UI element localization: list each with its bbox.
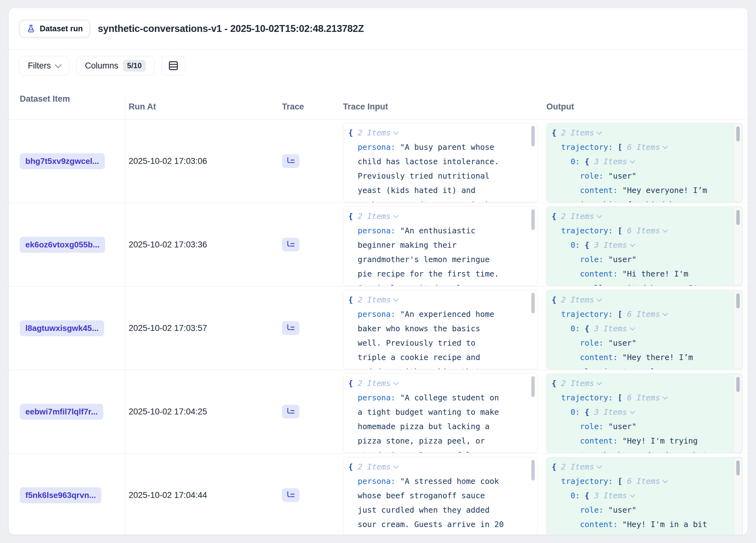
trace-input-json-content: { 2 Items persona: "A stressed home cook… bbox=[348, 460, 524, 535]
run-at-value: 2025-10-02 17:03:57 bbox=[129, 323, 207, 333]
trace-input-json-viewer[interactable]: { 2 Items persona: "A college student on… bbox=[343, 373, 538, 453]
list-tree-icon bbox=[286, 240, 296, 250]
columns-count-badge: 5/10 bbox=[123, 60, 146, 72]
dataset-run-card: Dataset run synthetic-conversations-v1 -… bbox=[8, 8, 748, 535]
column-header-dataset-item: Dataset Item bbox=[9, 94, 125, 119]
scrollbar-thumb[interactable] bbox=[531, 209, 535, 230]
table-body: bhg7t5xv9zgwcel... 2025-10-02 17:03:06 {… bbox=[9, 120, 748, 535]
output-json-viewer[interactable]: { 2 Items trajectory: [ 6 Items 0: { 3 I… bbox=[546, 207, 743, 286]
scrollbar-thumb[interactable] bbox=[736, 293, 740, 308]
trace-input-json-content: { 2 Items persona: "A college student on… bbox=[348, 376, 524, 453]
scrollbar-thumb[interactable] bbox=[531, 460, 535, 480]
rows-icon bbox=[167, 60, 179, 72]
trace-button[interactable] bbox=[282, 321, 299, 335]
output-json-content: { 2 Items trajectory: [ 6 Items 0: { 3 I… bbox=[552, 376, 729, 453]
scrollbar-thumb[interactable] bbox=[736, 460, 740, 475]
table-row: l8agtuwxisgwk45... 2025-10-02 17:03:57 {… bbox=[9, 286, 748, 370]
output-json-content: { 2 Items trajectory: [ 6 Items 0: { 3 I… bbox=[552, 209, 729, 286]
page-title: synthetic-conversations-v1 - 2025-10-02T… bbox=[98, 23, 364, 34]
table-row: eebwi7mfil7lqlf7r... 2025-10-02 17:04:25… bbox=[9, 370, 748, 453]
columns-button-label: Columns bbox=[85, 61, 119, 71]
output-json-viewer[interactable]: { 2 Items trajectory: [ 6 Items 0: { 3 I… bbox=[546, 373, 743, 453]
column-header-trace: Trace bbox=[273, 102, 340, 112]
list-tree-icon bbox=[286, 323, 296, 333]
run-at-value: 2025-10-02 17:03:36 bbox=[129, 240, 207, 250]
run-at-value: 2025-10-02 17:04:25 bbox=[129, 407, 207, 417]
scrollbar-thumb[interactable] bbox=[736, 126, 740, 141]
dataset-run-badge-label: Dataset run bbox=[40, 24, 83, 33]
output-json-viewer[interactable]: { 2 Items trajectory: [ 6 Items 0: { 3 I… bbox=[546, 290, 743, 369]
list-tree-icon bbox=[286, 407, 296, 417]
trace-input-json-content: { 2 Items persona: "A busy parent whose … bbox=[348, 126, 524, 202]
dataset-item-badge[interactable]: l8agtuwxisgwk45... bbox=[20, 320, 104, 336]
run-at-value: 2025-10-02 17:04:44 bbox=[129, 490, 207, 500]
output-json-content: { 2 Items trajectory: [ 6 Items 0: { 3 I… bbox=[552, 460, 729, 535]
filters-button-label: Filters bbox=[28, 61, 51, 71]
scrollbar-thumb[interactable] bbox=[531, 376, 535, 397]
dataset-item-badge[interactable]: eebwi7mfil7lqlf7r... bbox=[20, 404, 103, 420]
run-at-value: 2025-10-02 17:03:06 bbox=[129, 156, 207, 166]
scrollbar-thumb[interactable] bbox=[736, 377, 740, 392]
list-tree-icon bbox=[286, 156, 296, 166]
table-row: ek6oz6vtoxg055b... 2025-10-02 17:03:36 {… bbox=[9, 203, 748, 286]
dataset-run-badge: Dataset run bbox=[20, 20, 89, 37]
list-tree-icon bbox=[286, 490, 296, 500]
scrollbar-thumb[interactable] bbox=[736, 210, 740, 225]
dataset-item-badge[interactable]: ek6oz6vtoxg055b... bbox=[20, 237, 105, 253]
column-header-output: Output bbox=[542, 102, 748, 112]
toolbar: Filters Columns 5/10 bbox=[9, 49, 748, 94]
filters-button[interactable]: Filters bbox=[19, 56, 69, 75]
trace-input-json-viewer[interactable]: { 2 Items persona: "An experienced home … bbox=[343, 290, 538, 369]
trace-button[interactable] bbox=[282, 154, 299, 168]
trace-input-json-viewer[interactable]: { 2 Items persona: "An enthusiastic begi… bbox=[343, 207, 538, 286]
scrollbar-thumb[interactable] bbox=[531, 293, 535, 313]
trace-input-json-content: { 2 Items persona: "An experienced home … bbox=[348, 293, 524, 369]
table-row: bhg7t5xv9zgwcel... 2025-10-02 17:03:06 {… bbox=[9, 120, 748, 203]
trace-input-json-viewer[interactable]: { 2 Items persona: "A stressed home cook… bbox=[343, 457, 538, 535]
chevron-down-icon bbox=[54, 61, 62, 69]
column-header-trace-input: Trace Input bbox=[340, 102, 542, 112]
output-json-content: { 2 Items trajectory: [ 6 Items 0: { 3 I… bbox=[552, 126, 729, 202]
trace-input-json-viewer[interactable]: { 2 Items persona: "A busy parent whose … bbox=[343, 123, 538, 202]
dataset-item-badge[interactable]: bhg7t5xv9zgwcel... bbox=[20, 153, 105, 169]
table-header: Dataset Item Run At Trace Trace Input Ou… bbox=[9, 94, 748, 120]
dataset-item-badge[interactable]: f5nk6lse963qrvn... bbox=[20, 487, 101, 503]
trace-button[interactable] bbox=[282, 405, 299, 418]
output-json-content: { 2 Items trajectory: [ 6 Items 0: { 3 I… bbox=[552, 293, 729, 369]
column-header-run-at: Run At bbox=[125, 102, 273, 112]
output-json-viewer[interactable]: { 2 Items trajectory: [ 6 Items 0: { 3 I… bbox=[546, 457, 743, 535]
output-json-viewer[interactable]: { 2 Items trajectory: [ 6 Items 0: { 3 I… bbox=[546, 123, 743, 202]
columns-button[interactable]: Columns 5/10 bbox=[76, 56, 155, 75]
flask-icon bbox=[26, 24, 36, 33]
trace-button[interactable] bbox=[282, 488, 299, 502]
table-row: f5nk6lse963qrvn... 2025-10-02 17:04:44 {… bbox=[9, 453, 748, 535]
trace-button[interactable] bbox=[282, 238, 299, 252]
scrollbar-thumb[interactable] bbox=[531, 126, 535, 146]
page-header: Dataset run synthetic-conversations-v1 -… bbox=[9, 8, 748, 49]
trace-input-json-content: { 2 Items persona: "An enthusiastic begi… bbox=[348, 209, 524, 286]
row-height-button[interactable] bbox=[161, 56, 185, 75]
